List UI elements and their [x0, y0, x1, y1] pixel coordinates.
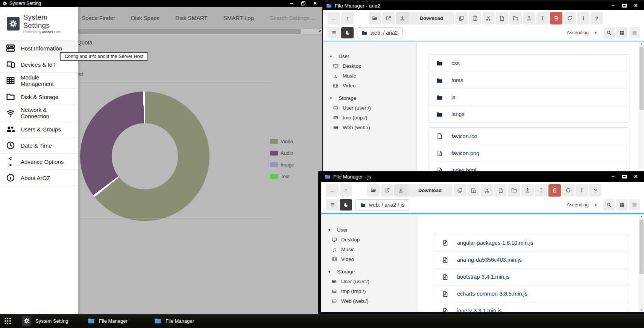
tree-item-tmp-drive[interactable]: tmp (tmp:/) — [323, 113, 416, 122]
sort-order-dropdown[interactable]: Ascending▾ — [562, 27, 602, 38]
scroll-up-icon[interactable]: ▲ — [639, 42, 644, 45]
legend-item-video[interactable]: Video — [270, 136, 294, 147]
breadcrumb[interactable]: web: / aria2 — [357, 27, 402, 38]
sidebar-item-network-connection[interactable]: Network & Connection — [0, 105, 78, 121]
legend-item-audio[interactable]: Audio — [270, 147, 294, 159]
paste-button[interactable] — [469, 12, 481, 24]
breadcrumb[interactable]: web: / aria2 / js — [355, 199, 409, 211]
tree-section-storage[interactable]: ▾Storage — [321, 267, 418, 276]
open-in-new-window-button[interactable] — [381, 184, 393, 197]
legend-item-text[interactable]: Text — [270, 171, 294, 182]
close-button[interactable]: × — [313, 0, 317, 7]
list-item-folder[interactable]: fonts — [428, 72, 629, 88]
paste-button[interactable] — [467, 184, 480, 197]
tree-item-music[interactable]: ♫Music — [321, 244, 418, 254]
legend-item-image[interactable]: Image — [270, 159, 294, 171]
sidebar-item-about-aroz[interactable]: About ArOZ — [0, 170, 78, 186]
rename-button[interactable] — [536, 12, 549, 24]
chevron-right-icon[interactable]: > — [319, 28, 321, 34]
search-button[interactable] — [603, 199, 615, 211]
new-folder-button[interactable] — [508, 184, 520, 197]
dark-mode-button[interactable] — [340, 199, 352, 211]
settings-search-input[interactable]: Search Settings... — [270, 15, 314, 21]
sidebar-item-date-time[interactable]: Date & Time — [0, 137, 78, 154]
tree-item-tmp-drive[interactable]: tmp (tmp:/) — [321, 286, 418, 296]
maximize-button[interactable] — [622, 4, 627, 8]
close-button[interactable]: × — [634, 173, 638, 180]
cut-button[interactable] — [481, 184, 493, 197]
refresh-button[interactable] — [564, 12, 576, 24]
tree-item-video[interactable]: Video — [321, 254, 418, 264]
close-button[interactable]: × — [634, 2, 638, 9]
open-folder-button[interactable] — [369, 12, 381, 24]
tab-disk-space[interactable]: Disk Space — [131, 15, 159, 21]
upload-button[interactable] — [521, 184, 534, 197]
tab-space-finder[interactable]: Space Finder — [82, 15, 115, 21]
minimize-button[interactable]: − — [611, 174, 614, 180]
scrollbar-thumb[interactable] — [639, 220, 644, 274]
minimize-button[interactable]: − — [290, 0, 293, 6]
sidebar-item-advance-options[interactable]: < >Advance Options — [0, 154, 78, 170]
scroll-up-icon[interactable]: ▲ — [639, 215, 644, 218]
cut-button[interactable] — [482, 12, 495, 24]
app-launcher-button[interactable] — [4, 314, 12, 328]
tree-item-desktop[interactable]: Desktop — [321, 235, 418, 244]
sidebar-item-module-management[interactable]: Module Management — [0, 73, 78, 89]
tab-smart-log[interactable]: SMART Log — [223, 15, 254, 21]
list-item-file[interactable]: favicon.ico — [428, 128, 629, 145]
download-button[interactable]: Download — [394, 184, 453, 197]
refresh-button[interactable] — [562, 184, 574, 197]
properties-button[interactable]: i — [577, 12, 589, 24]
list-view-button[interactable] — [629, 199, 640, 211]
tree-section-storage[interactable]: ▾Storage — [323, 93, 416, 103]
tree-section-user[interactable]: ▾User — [323, 51, 416, 61]
tree-item-user-drive[interactable]: User (user:/) — [323, 103, 416, 113]
tree-item-desktop[interactable]: Desktop — [323, 61, 416, 71]
back-button[interactable]: ← — [326, 184, 339, 197]
tree-item-user-drive[interactable]: User (user:/) — [321, 276, 418, 286]
tree-item-web-drive[interactable]: Web (web:/) — [323, 122, 416, 132]
upload-button[interactable] — [523, 12, 535, 24]
list-item-file[interactable]: jquery-3.3.1.min.js — [434, 302, 628, 314]
list-item-file[interactable]: favicon.png — [428, 145, 629, 162]
up-button[interactable]: ↑ — [340, 184, 352, 197]
sort-order-dropdown[interactable]: Ascending▾ — [562, 199, 602, 211]
copy-button[interactable] — [455, 12, 468, 24]
up-button[interactable]: ↑ — [341, 12, 354, 24]
tree-item-video[interactable]: Video — [323, 81, 416, 90]
scrollbar-thumb[interactable] — [639, 47, 644, 110]
restore-button[interactable] — [301, 1, 306, 6]
taskbar-item-file-manager-2[interactable]: File Manager — [154, 314, 194, 328]
grid-view-button[interactable] — [616, 27, 627, 38]
sidebar-item-disk-storage[interactable]: Disk & Storage — [0, 89, 78, 105]
open-in-new-window-button[interactable] — [382, 12, 395, 24]
minimize-button[interactable]: − — [611, 3, 614, 9]
open-folder-button[interactable] — [367, 184, 380, 197]
help-button[interactable]: ? — [589, 184, 601, 197]
menu-button[interactable] — [328, 27, 340, 38]
tab-disk-smart[interactable]: Disk SMART — [175, 15, 208, 21]
sidebar-item-users-groups[interactable]: Users & Groups — [0, 121, 78, 137]
list-item-file[interactable]: echarts-common-3.8.5.min.js — [434, 285, 628, 302]
list-item-file[interactable]: aria-ng-da5356c403.min.js — [434, 251, 628, 268]
dark-mode-button[interactable] — [341, 27, 354, 38]
maximize-button[interactable] — [622, 175, 627, 178]
list-item-folder[interactable]: js — [428, 88, 629, 105]
help-button[interactable]: ? — [591, 12, 603, 24]
list-item-folder[interactable]: css — [428, 55, 629, 72]
delete-button[interactable] — [550, 12, 562, 24]
back-button[interactable]: ← — [328, 12, 340, 24]
tab-scrollbar-thumb[interactable] — [78, 29, 301, 34]
tree-item-web-drive[interactable]: Web (web:/) — [321, 296, 418, 306]
list-item-file[interactable]: angular-packages-1.6.10.min.js — [434, 234, 628, 251]
rename-button[interactable] — [535, 184, 547, 197]
grid-view-button[interactable] — [616, 199, 627, 211]
taskbar-item-file-manager-1[interactable]: File Manager — [88, 314, 128, 328]
new-file-button[interactable] — [494, 184, 507, 197]
menu-button[interactable] — [326, 199, 339, 211]
new-file-button[interactable] — [496, 12, 508, 24]
tree-section-user[interactable]: ▾User — [321, 225, 418, 235]
properties-button[interactable]: i — [576, 184, 588, 197]
list-item-folder[interactable]: langs — [428, 105, 629, 122]
taskbar-item-system-setting[interactable]: System Setting — [22, 314, 68, 328]
